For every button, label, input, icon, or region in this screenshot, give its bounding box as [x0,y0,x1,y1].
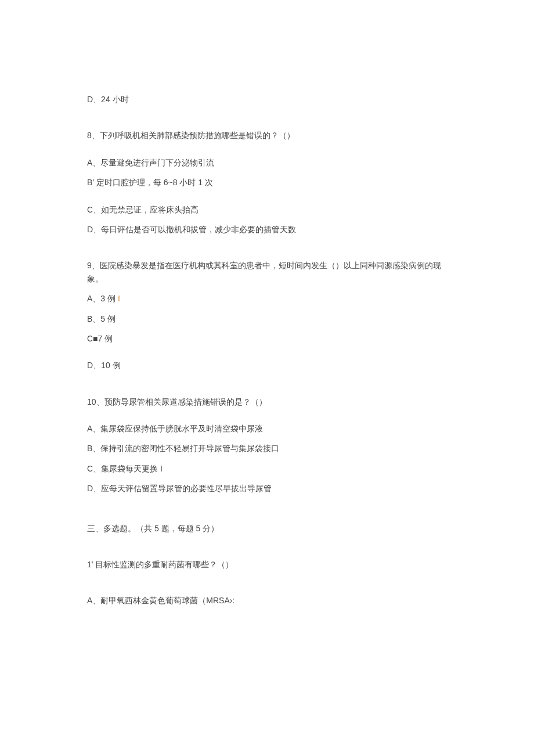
text-line: B、保持引流的密闭性不轻易打开导尿管与集尿袋接口 [87,442,447,455]
text-line: 8、下列呼吸机相关肺部感染预防措施哪些是错误的？（） [87,129,447,142]
text-line: C■7 例 [87,332,447,345]
text-line: B、5 例 [87,312,447,325]
text-line: A、3 例 I [87,292,447,305]
text-line: 三、多选题。（共 5 题，每题 5 分） [87,522,447,535]
text-line: C、集尿袋每天更换 I [87,462,447,475]
text-line: 1' 目标性监测的多重耐药菌有哪些？（） [87,558,447,571]
text-line: D、10 例 [87,359,447,372]
text-line: C、如无禁忌证，应将床头抬高 [87,203,447,216]
text-line: A、尽量避免进行声门下分泌物引流 [87,156,447,169]
text-line: A、集尿袋应保持低于膀胱水平及时清空袋中尿液 [87,422,447,435]
document-page: D、24 小时8、下列呼吸机相关肺部感染预防措施哪些是错误的？（）A、尽量避免进… [0,0,534,661]
text-line: A、耐甲氧西林金黄色葡萄球菌（MRSA›: [87,594,447,607]
text-line: D、24 小时 [87,93,447,106]
text-line: D、应每天评估留置导尿管的必要性尽早拔出导尿管 [87,482,447,495]
text-line: 10、预防导尿管相关尿道感染措施错误的是？（） [87,395,447,408]
text-line: B' 定时口腔护理，每 6~8 小时 1 次 [87,176,447,189]
text-line: 9、医院感染暴发是指在医疗机构或其科室的患者中，短时间内发生（）以上同种同源感染… [87,259,447,285]
text-line: D、每日评估是否可以撤机和拔管，减少非必要的插管天数 [87,223,447,236]
